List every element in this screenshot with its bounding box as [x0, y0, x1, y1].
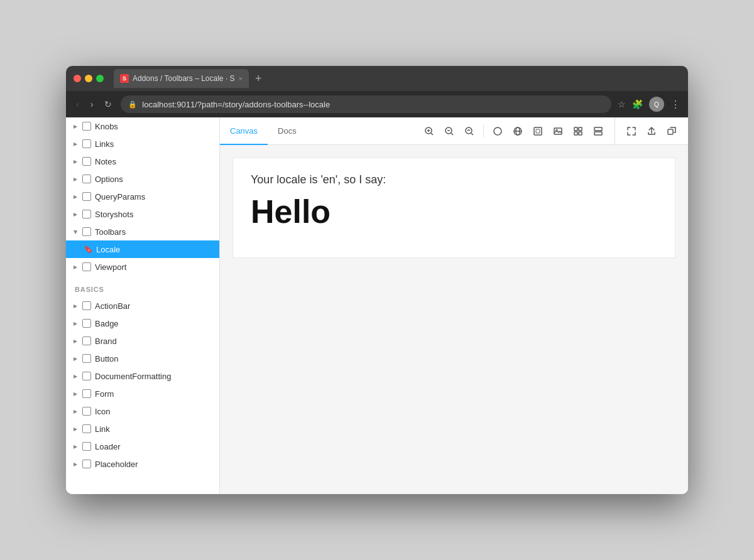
sidebar-item-link[interactable]: ▶ Link — [66, 420, 219, 438]
sidebar-item-label: Button — [95, 354, 119, 363]
sidebar-item-button[interactable]: ▶ Button — [66, 350, 219, 367]
sidebar-item-loader[interactable]: ▶ Loader — [66, 438, 219, 455]
refresh-button[interactable]: ↻ — [102, 97, 114, 112]
arrow-icon: ▶ — [74, 409, 77, 414]
folder-icon — [82, 122, 91, 131]
grid-icon — [82, 227, 91, 236]
sidebar-item-label: Notes — [95, 157, 116, 166]
sidebar-item-form[interactable]: ▶ Form — [66, 385, 219, 402]
sidebar-item-label: Viewport — [95, 262, 126, 272]
svg-rect-20 — [579, 132, 582, 135]
close-button[interactable] — [74, 75, 81, 82]
arrow-icon: ▶ — [74, 426, 77, 432]
svg-rect-18 — [579, 127, 582, 131]
sidebar-item-brand[interactable]: ▶ Brand — [66, 332, 219, 350]
sidebar-item-knobs[interactable]: ▶ Knobs — [66, 117, 219, 135]
address-text: localhost:9011/?path=/story/addons-toolb… — [142, 100, 604, 109]
zoom-in-button[interactable] — [420, 122, 438, 140]
tabs-bar: S Addons / Toolbars – Locale · S × + — [114, 69, 680, 88]
arrow-icon: ▶ — [74, 194, 77, 200]
grid-icon — [82, 301, 91, 310]
story-area: Canvas Docs — [220, 117, 688, 494]
arrow-icon: ▶ — [74, 374, 77, 379]
extension-icon[interactable]: 🧩 — [632, 99, 643, 109]
grid-icon — [82, 460, 91, 468]
circle-tool-button[interactable] — [489, 122, 506, 140]
sidebar-item-storyshots[interactable]: ▶ Storyshots — [66, 205, 219, 223]
border-button[interactable] — [529, 122, 547, 140]
svg-rect-23 — [668, 129, 673, 134]
sidebar-item-label: Loader — [95, 442, 120, 451]
globe-button[interactable] — [509, 122, 527, 140]
layout-button[interactable] — [589, 122, 607, 140]
svg-rect-22 — [594, 132, 602, 135]
svg-line-8 — [471, 133, 473, 135]
minimize-button[interactable] — [85, 75, 92, 82]
sidebar-item-actionbar[interactable]: ▶ ActionBar — [66, 297, 219, 315]
sidebar-item-label: ActionBar — [95, 301, 130, 311]
story-toolbar: Canvas Docs — [220, 117, 688, 145]
copy-link-button[interactable] — [663, 122, 680, 140]
sidebar-item-locale[interactable]: 🔖 Locale — [66, 240, 219, 258]
sidebar-item-viewport[interactable]: ▶ Viewport — [66, 258, 219, 276]
address-input-wrap[interactable]: 🔒 localhost:9011/?path=/story/addons-too… — [121, 95, 611, 113]
forward-button[interactable]: › — [88, 97, 96, 112]
fullscreen-button[interactable] — [623, 122, 640, 140]
grid-button[interactable] — [569, 122, 587, 140]
arrow-icon: ▶ — [74, 159, 77, 164]
sidebar-item-label: Brand — [95, 337, 117, 346]
grid-icon — [82, 354, 91, 363]
arrow-icon: ▶ — [74, 356, 77, 362]
arrow-icon: ▶ — [74, 124, 77, 129]
tab-docs[interactable]: Docs — [268, 117, 307, 145]
sidebar-item-label: Icon — [95, 407, 111, 416]
arrow-icon: ▶ — [73, 230, 79, 234]
share-button[interactable] — [643, 122, 660, 140]
arrow-icon: ▶ — [74, 444, 77, 450]
svg-rect-14 — [536, 129, 540, 133]
sidebar-item-badge[interactable]: ▶ Badge — [66, 315, 219, 332]
grid-icon — [82, 372, 91, 380]
svg-rect-17 — [574, 127, 577, 131]
browser-tab[interactable]: S Addons / Toolbars – Locale · S × — [114, 69, 249, 88]
zoom-reset-button[interactable] — [461, 122, 478, 140]
toolbar-tools — [413, 117, 615, 144]
new-tab-button[interactable]: + — [251, 72, 266, 85]
arrow-icon: ▶ — [74, 176, 77, 182]
sidebar-item-label: Toolbars — [95, 227, 126, 237]
bookmark-star-icon[interactable]: ☆ — [618, 99, 626, 109]
lock-icon: 🔒 — [128, 100, 137, 109]
image-button[interactable] — [549, 122, 567, 140]
sidebar-item-links[interactable]: ▶ Links — [66, 135, 219, 153]
tab-title: Addons / Toolbars – Locale · S — [133, 74, 235, 83]
sidebar-item-options[interactable]: ▶ Options — [66, 170, 219, 188]
tab-canvas[interactable]: Canvas — [220, 117, 268, 145]
sidebar-item-placeholder[interactable]: ▶ Placeholder — [66, 455, 219, 473]
tab-favicon: S — [120, 74, 129, 83]
profile-avatar[interactable]: Q — [649, 97, 664, 112]
main-content: ▶ Knobs ▶ Links ▶ Notes ▶ — [66, 117, 688, 494]
arrow-icon: ▶ — [74, 141, 77, 147]
sidebar-item-icon[interactable]: ▶ Icon — [66, 402, 219, 420]
toolbar-right — [615, 117, 688, 144]
sidebar-item-label: Locale — [96, 245, 120, 254]
menu-button[interactable]: ⋮ — [670, 99, 680, 110]
grid-icon — [82, 319, 91, 328]
sidebar-item-label: Placeholder — [95, 460, 138, 469]
zoom-out-button[interactable] — [440, 122, 458, 140]
back-button[interactable]: ‹ — [74, 97, 82, 112]
canvas-subtitle: Your locale is 'en', so I say: — [251, 173, 657, 186]
sidebar-item-toolbars[interactable]: ▶ Toolbars — [66, 223, 219, 240]
sidebar-item-label: QueryParams — [95, 192, 145, 202]
sidebar-item-documentformatting[interactable]: ▶ DocumentFormatting — [66, 367, 219, 385]
sidebar-item-notes[interactable]: ▶ Notes — [66, 153, 219, 170]
maximize-button[interactable] — [96, 75, 104, 82]
tab-close-button[interactable]: × — [239, 75, 243, 82]
sidebar-item-label: Knobs — [95, 122, 118, 131]
sidebar-item-label: Options — [95, 175, 123, 184]
sidebar-item-queryparams[interactable]: ▶ QueryParams — [66, 188, 219, 205]
grid-icon — [82, 157, 91, 166]
canvas-area: Your locale is 'en', so I say: Hello — [220, 145, 688, 494]
svg-line-1 — [431, 133, 433, 135]
browser-window: S Addons / Toolbars – Locale · S × + ‹ ›… — [66, 66, 688, 494]
